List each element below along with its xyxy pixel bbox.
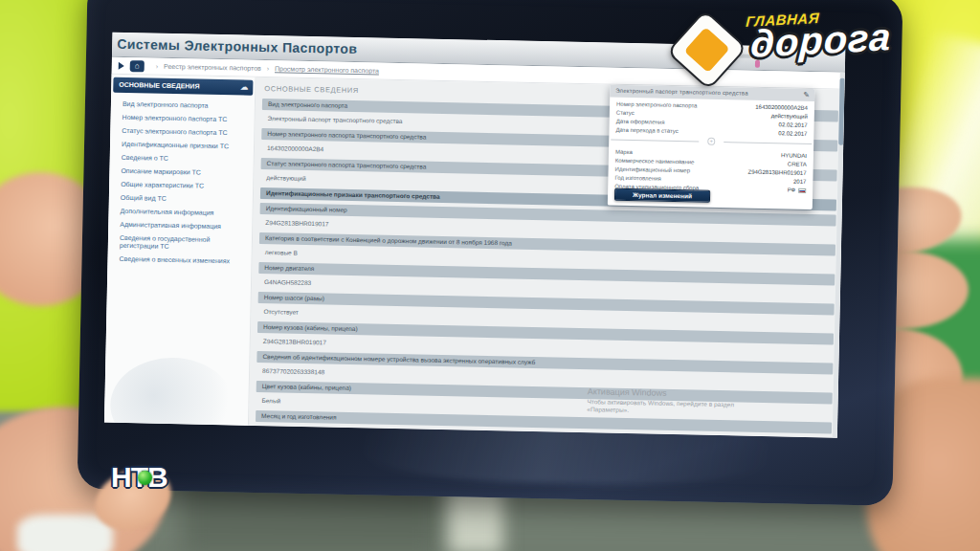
popup-row-label: Статус bbox=[616, 109, 635, 118]
breadcrumb-separator: › bbox=[267, 65, 269, 72]
popup-row-label: Дата перехода в статус bbox=[615, 126, 678, 136]
windows-activation-watermark: Активация Windows Чтобы активировать Win… bbox=[587, 386, 779, 417]
russia-flag-icon bbox=[798, 188, 806, 193]
sidebar-watermark-ornament bbox=[109, 357, 235, 438]
priority-road-sign-icon bbox=[669, 12, 745, 88]
sidebar-item[interactable]: Сведения о государственной регистрации Т… bbox=[108, 231, 252, 255]
popup-row-value: HYUNDAI bbox=[781, 151, 807, 161]
breadcrumb-item-registry[interactable]: Реестр электронных паспортов bbox=[164, 63, 261, 72]
breadcrumb-text: › Реестр электронных паспортов › Просмот… bbox=[152, 63, 379, 75]
sidebar-header-label: ОСНОВНЫЕ СВЕДЕНИЯ bbox=[119, 81, 199, 90]
priority-road-sign-center bbox=[684, 27, 730, 73]
play-icon[interactable] bbox=[119, 62, 124, 70]
tv-frame: Системы Электронных Паспортов ⌂ › Реестр… bbox=[0, 0, 980, 551]
ntv-channel-logo: НТВ bbox=[111, 452, 188, 511]
popup-rows-bottom: МаркаHYUNDAIКоммерческое наименованиеCRE… bbox=[608, 145, 813, 195]
popup-row-label: Марка bbox=[615, 148, 633, 157]
popup-row-value: РФ bbox=[788, 186, 807, 194]
sidebar-section-header[interactable]: ОСНОВНЫЕ СВЕДЕНИЯ ☁ bbox=[113, 77, 253, 96]
home-icon[interactable]: ⌂ bbox=[130, 60, 145, 72]
collapse-icon[interactable]: ☁ bbox=[240, 80, 248, 96]
show-logo: ГЛАВНАЯ дорога bbox=[660, 0, 904, 110]
breadcrumb-item-view-passport[interactable]: Просмотр электронного паспорта bbox=[275, 65, 379, 74]
app-title: Системы Электронных Паспортов bbox=[117, 36, 358, 56]
change-log-button[interactable]: Журнал изменений bbox=[614, 188, 710, 203]
show-logo-line2: дорога bbox=[749, 15, 892, 66]
popup-row-value: действующий bbox=[771, 112, 808, 121]
divider-line bbox=[611, 140, 699, 143]
popup-row-value: CRETA bbox=[788, 160, 807, 168]
sidebar: ОСНОВНЫЕ СВЕДЕНИЯ ☁ Вид электронного пас… bbox=[104, 75, 256, 426]
sidebar-items: Вид электронного паспортаНомер электронн… bbox=[107, 98, 255, 269]
breadcrumb-separator: › bbox=[156, 63, 158, 70]
sidebar-item[interactable]: Сведения о внесенных изменениях bbox=[107, 253, 251, 269]
popup-row-value: Z94G2813BHR019017 bbox=[747, 168, 806, 178]
popup-row-value: 2017 bbox=[793, 178, 807, 187]
shirt-cuff bbox=[17, 515, 113, 551]
divider-line bbox=[724, 142, 812, 144]
ntv-green-ball-icon bbox=[138, 471, 152, 485]
popup-row-value: 02.02.2017 bbox=[778, 129, 807, 139]
plus-icon: + bbox=[707, 138, 715, 145]
